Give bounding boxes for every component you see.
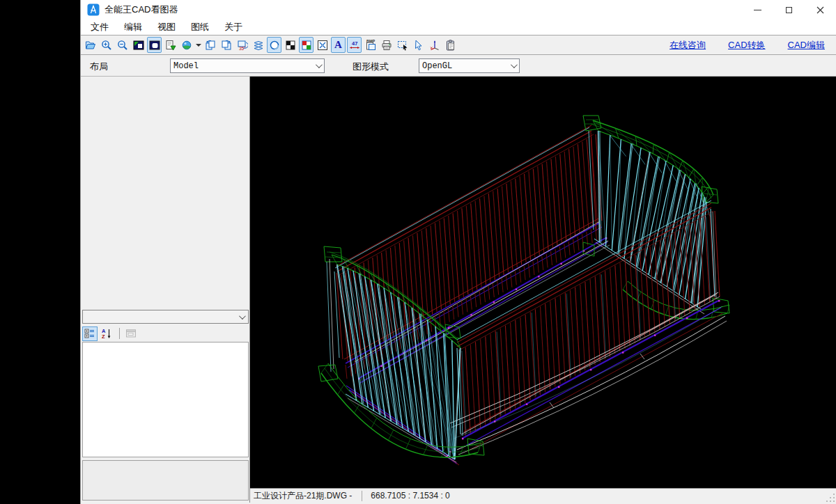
graphics-mode-combobox[interactable]: OpenGL: [419, 58, 520, 73]
view-mode-dropdown-caret[interactable]: [195, 37, 201, 53]
property-pages-icon: [125, 328, 137, 339]
rocker-stretchers: [450, 292, 727, 455]
white-background-icon: [269, 40, 280, 51]
resize-grip[interactable]: [826, 494, 835, 503]
rotate-left-button[interactable]: [203, 37, 217, 53]
property-toolbar: A Z: [82, 325, 140, 342]
axis-button[interactable]: [427, 37, 442, 53]
menu-bar: 文件 编辑 视图 图纸 关于: [81, 19, 836, 35]
menu-sheet[interactable]: 图纸: [183, 19, 217, 35]
rotate-right-button[interactable]: [219, 37, 233, 53]
content-area: A Z: [81, 77, 836, 503]
text-tool-icon: A: [334, 40, 342, 50]
axis-icon: [429, 40, 440, 51]
status-coordinates: 668.7105 : 7.1534 : 0: [362, 491, 449, 501]
save-view-button[interactable]: [163, 37, 178, 53]
app-window: 全能王CAD看图器 文件 编辑 视图 图纸 关于: [80, 0, 836, 504]
svg-text:35°: 35°: [239, 46, 246, 51]
title-bar: 全能王CAD看图器: [81, 0, 836, 19]
checker-color-icon: [301, 40, 312, 51]
window-title: 全能王CAD看图器: [104, 3, 178, 16]
description-panel: [82, 460, 249, 501]
caret-down-icon: [196, 44, 201, 47]
cad-wireframe-model: [250, 77, 836, 488]
open-file-icon: [85, 40, 96, 51]
alphabetical-sort-button[interactable]: A Z: [99, 326, 114, 341]
status-bar: 工业设计产品-21期.DWG - 668.7105 : 7.1534 : 0: [250, 488, 836, 503]
image-fit-button[interactable]: [131, 37, 146, 53]
link-online-consult[interactable]: 在线咨询: [669, 39, 706, 52]
property-pages-button: [123, 326, 139, 341]
image-center-icon: [149, 40, 160, 51]
chevron-down-icon: [234, 315, 248, 320]
close-button[interactable]: [805, 0, 836, 19]
menu-edit[interactable]: 编辑: [116, 19, 150, 35]
main-toolbar: 35°: [81, 35, 836, 55]
graphics-mode-label: 图形模式: [353, 61, 389, 73]
paste-icon: [445, 40, 456, 51]
layout-bar: 布局 Model 图形模式 OpenGL: [81, 55, 836, 77]
menu-about[interactable]: 关于: [217, 19, 250, 35]
minimize-button[interactable]: [742, 0, 773, 19]
layers-icon: [253, 40, 264, 51]
fit-screen-button[interactable]: [315, 37, 330, 53]
layout-label: 布局: [90, 61, 108, 73]
maximize-icon: [786, 7, 792, 13]
image-fit-icon: [133, 40, 144, 51]
menu-file[interactable]: 文件: [83, 19, 116, 35]
toolbar-separator: [119, 328, 120, 339]
chevron-down-icon: [311, 63, 324, 68]
chevron-down-icon: [506, 63, 519, 68]
link-cad-convert[interactable]: CAD转换: [728, 39, 765, 52]
checker-bw-button[interactable]: [283, 37, 297, 53]
layers-button[interactable]: [251, 37, 265, 53]
minimize-icon: [754, 10, 761, 10]
rotate-left-icon: [205, 40, 216, 51]
menu-view[interactable]: 视图: [150, 19, 183, 35]
select-zoom-icon: [397, 40, 408, 51]
rotate-35-button[interactable]: 35°: [235, 37, 249, 53]
paste-button[interactable]: [443, 37, 458, 53]
image-center-button[interactable]: [147, 37, 162, 53]
view-mode-globe-icon: [181, 40, 192, 51]
zoom-out-icon: [117, 40, 128, 51]
save-view-icon: [165, 40, 176, 51]
checker-bw-icon: [285, 40, 296, 51]
print-button[interactable]: [379, 37, 394, 53]
maximize-button[interactable]: [773, 0, 805, 19]
svg-text:47: 47: [352, 40, 357, 47]
link-cad-edit[interactable]: CAD编辑: [788, 39, 825, 52]
properties-sidebar: A Z: [81, 77, 250, 503]
text-tool-button[interactable]: A: [331, 37, 346, 53]
rotate-right-icon: [221, 40, 232, 51]
status-filename: 工业设计产品-21期.DWG -: [250, 490, 352, 502]
select-zoom-button[interactable]: [395, 37, 410, 53]
zoom-in-icon: [101, 40, 112, 51]
rotate-35-icon: 35°: [237, 40, 248, 51]
cursor-button[interactable]: [411, 37, 426, 53]
print-icon: [381, 40, 392, 51]
white-background-button[interactable]: [267, 37, 281, 53]
app-logo-icon: [87, 3, 100, 16]
open-file-button[interactable]: [83, 37, 98, 53]
layout-combobox-value: Model: [171, 61, 199, 71]
measure-button[interactable]: 47: [347, 37, 362, 53]
svg-text:BMP: BMP: [366, 40, 376, 43]
categorized-view-button[interactable]: [82, 326, 98, 341]
zoom-out-button[interactable]: [115, 37, 130, 53]
close-icon: [816, 6, 824, 14]
zoom-in-button[interactable]: [99, 37, 114, 53]
drawing-canvas[interactable]: [250, 77, 836, 488]
graphics-mode-value: OpenGL: [419, 61, 452, 71]
foot-panel: [324, 246, 460, 462]
cursor-icon: [413, 40, 424, 51]
property-list-panel: [82, 342, 249, 457]
bmp-export-button[interactable]: BMP: [363, 37, 378, 53]
view-mode-button[interactable]: [179, 37, 194, 53]
property-combobox[interactable]: [82, 310, 249, 324]
measure-icon: 47: [349, 40, 360, 51]
layout-combobox[interactable]: Model: [170, 58, 325, 73]
fit-screen-icon: [317, 40, 328, 51]
checker-color-button[interactable]: [299, 37, 314, 53]
toolbar-links: 在线咨询 CAD转换 CAD编辑: [669, 39, 836, 52]
